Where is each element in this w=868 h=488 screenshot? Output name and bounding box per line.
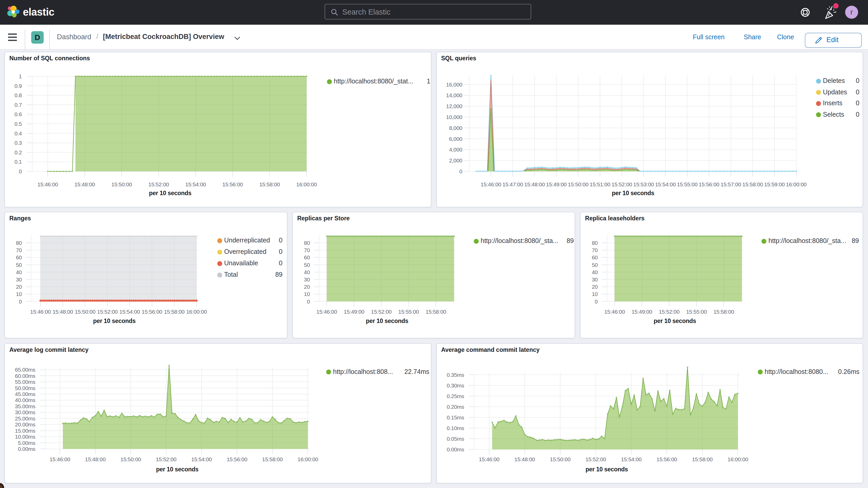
svg-text:0.05ms: 0.05ms	[447, 436, 464, 442]
svg-text:15:52:00: 15:52:00	[586, 456, 606, 462]
svg-text:0.35ms: 0.35ms	[447, 372, 464, 378]
svg-text:16:00:00: 16:00:00	[728, 456, 748, 462]
svg-text:0.00ms: 0.00ms	[447, 447, 464, 452]
svg-text:15:58:00: 15:58:00	[692, 456, 713, 462]
svg-text:0.30ms: 0.30ms	[447, 383, 464, 389]
svg-text:0.25ms: 0.25ms	[447, 393, 464, 399]
svg-text:15:54:00: 15:54:00	[621, 456, 641, 462]
svg-text:per 10 seconds: per 10 seconds	[586, 466, 628, 473]
svg-text:15:48:00: 15:48:00	[514, 456, 535, 462]
svg-text:15:50:00: 15:50:00	[550, 456, 570, 462]
svg-text:0.20ms: 0.20ms	[447, 404, 464, 410]
svg-text:0.15ms: 0.15ms	[447, 415, 464, 421]
svg-text:15:46:00: 15:46:00	[479, 456, 499, 462]
svg-text:0.10ms: 0.10ms	[447, 425, 464, 431]
svg-text:15:56:00: 15:56:00	[656, 456, 677, 462]
